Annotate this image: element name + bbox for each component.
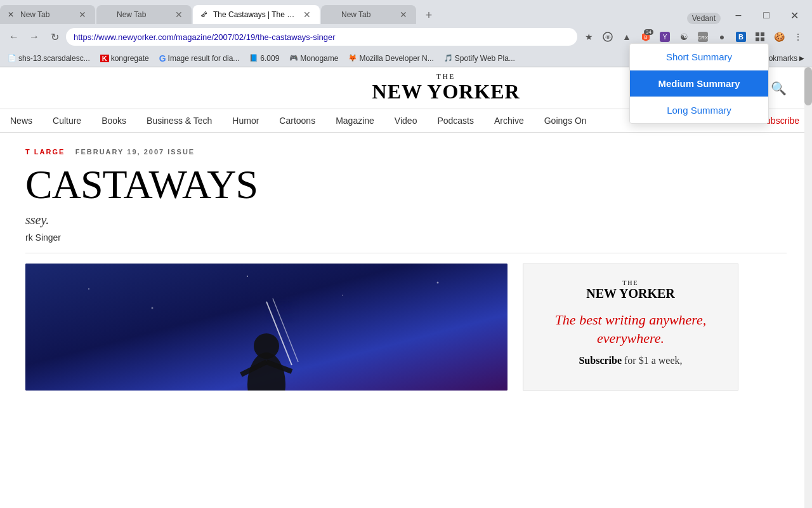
- ny-sub-text: The best writing anywhere, everywhere.: [536, 311, 725, 347]
- nav-news[interactable]: News: [0, 109, 43, 132]
- tab-favicon-1: ✕: [8, 10, 16, 19]
- ny-search-icon[interactable]: 🔍: [771, 81, 787, 96]
- svg-point-16: [152, 307, 154, 309]
- bookmark-2[interactable]: K kongregate: [98, 53, 152, 64]
- bookmark-icon-3: G: [159, 53, 166, 64]
- ny-subscribe-box: THE NEW YORKER The best writing anywhere…: [523, 264, 738, 391]
- article-date: FEBRUARY 19, 2007 ISSUE: [75, 148, 195, 156]
- svg-rect-10: [756, 32, 759, 36]
- bookmark-icon-1: 📄: [8, 54, 16, 62]
- svg-point-18: [342, 295, 343, 296]
- bookmark-icon-4: 📘: [249, 54, 258, 62]
- bookmark-3[interactable]: G Image result for dia...: [157, 52, 242, 65]
- svg-rect-11: [761, 32, 764, 36]
- new-tab-button[interactable]: +: [420, 6, 438, 24]
- bookmark-1[interactable]: 📄 shs-13.scarsdalesc...: [5, 53, 93, 64]
- article-area: T LARGE FEBRUARY 19, 2007 ISSUE CASTAWAY…: [0, 133, 812, 403]
- svg-point-15: [88, 288, 89, 290]
- article-image: [25, 264, 508, 391]
- tab-close-3[interactable]: ✕: [302, 10, 312, 20]
- svg-point-21: [254, 333, 279, 359]
- dropdown-long-summary[interactable]: Long Summary: [630, 97, 768, 123]
- ny-sub-cta-strong[interactable]: Subscribe: [579, 355, 622, 366]
- maximize-button[interactable]: □: [754, 6, 779, 24]
- nav-business[interactable]: Business & Tech: [136, 109, 222, 132]
- window-controls: – □ ✕: [726, 6, 812, 24]
- nav-magazine[interactable]: Magazine: [325, 109, 384, 132]
- bookmark-5[interactable]: 🎮 Monogame: [287, 53, 341, 64]
- back-button[interactable]: ←: [5, 28, 23, 46]
- bookmark-7[interactable]: 🎵 Spotify Web Pla...: [442, 53, 518, 64]
- reload-button[interactable]: ↻: [46, 28, 63, 46]
- tab-2[interactable]: New Tab ✕: [96, 5, 192, 24]
- nav-books[interactable]: Books: [91, 109, 136, 132]
- extension-cookie-icon[interactable]: 🍪: [770, 28, 788, 46]
- ny-sub-logo-small: THE: [622, 279, 638, 286]
- address-input[interactable]: [66, 28, 577, 46]
- extension-icon-1[interactable]: 👁: [599, 28, 617, 46]
- bookmark-icon-5: 🎮: [289, 54, 298, 62]
- svg-text:B: B: [738, 33, 743, 41]
- ny-the-text: THE: [436, 72, 455, 80]
- bookmark-icon-2: K: [100, 55, 109, 62]
- article-body-row: THE NEW YORKER The best writing anywhere…: [25, 264, 787, 391]
- ny-logo: NEW YORKER: [372, 80, 520, 104]
- tab-1[interactable]: ✕ New Tab ✕: [0, 5, 95, 24]
- article-divider: [25, 253, 787, 253]
- bookmark-label-5: Monogame: [300, 54, 338, 63]
- menu-button[interactable]: ⋮: [789, 28, 807, 46]
- nav-humor[interactable]: Humor: [222, 109, 269, 132]
- svg-point-17: [247, 276, 248, 277]
- close-button[interactable]: ✕: [782, 6, 807, 24]
- profile-button[interactable]: Vedant: [687, 13, 721, 24]
- bookmark-4[interactable]: 📘 6.009: [247, 53, 282, 64]
- article-subtitle: ssey.: [25, 213, 787, 227]
- bookmark-star-icon[interactable]: ★: [580, 28, 598, 46]
- article-author: rk Singer: [25, 232, 787, 243]
- svg-text:Y: Y: [663, 34, 667, 41]
- ny-sub-cta-text: for $1 a week,: [624, 355, 683, 366]
- bookmark-label-2: kongregate: [111, 54, 149, 63]
- article-label: T LARGE: [25, 148, 65, 156]
- tab-close-4[interactable]: ✕: [398, 10, 409, 20]
- tab-favicon-2: [104, 10, 113, 19]
- bookmark-icon-6: 🦊: [348, 54, 357, 62]
- svg-point-19: [437, 282, 439, 284]
- minimize-button[interactable]: –: [726, 6, 751, 24]
- tab-title-4: New Tab: [341, 10, 395, 19]
- bookmark-icon-7: 🎵: [444, 54, 453, 62]
- nav-goings-on[interactable]: Goings On: [534, 109, 597, 132]
- dropdown-medium-summary[interactable]: Medium Summary: [630, 70, 768, 97]
- tab-3[interactable]: 🗞 The Castaways | The New... ✕: [193, 5, 320, 24]
- svg-text:👁: 👁: [605, 34, 611, 41]
- bookmark-label-4: 6.009: [260, 54, 279, 63]
- tab-close-1[interactable]: ✕: [77, 10, 88, 20]
- bookmark-label-6: Mozilla Developer N...: [359, 54, 433, 63]
- scrollbar-thumb[interactable]: [804, 67, 812, 105]
- tab-close-2[interactable]: ✕: [174, 10, 184, 20]
- article-title: CASTAWAYS: [25, 164, 787, 205]
- bookmark-label-3: Image result for dia...: [168, 54, 240, 63]
- page-content: THE NEW YORKER Shop 🔍 News Culture Books…: [0, 67, 812, 508]
- ny-sub-logo: NEW YORKER: [586, 286, 674, 301]
- ny-logo-area: THE NEW YORKER: [372, 72, 520, 104]
- bookmark-label-7: Spotify Web Pla...: [455, 54, 515, 63]
- forward-button[interactable]: →: [25, 28, 43, 46]
- nav-cartoons[interactable]: Cartoons: [269, 109, 325, 132]
- nav-video[interactable]: Video: [384, 109, 428, 132]
- tab-favicon-4: [329, 10, 337, 19]
- dropdown-short-summary[interactable]: Short Summary: [630, 44, 768, 70]
- nav-culture[interactable]: Culture: [43, 109, 91, 132]
- bookmark-6[interactable]: 🦊 Mozilla Developer N...: [346, 53, 436, 64]
- tab-4[interactable]: New Tab ✕: [321, 5, 416, 24]
- summary-dropdown: Short Summary Medium Summary Long Summar…: [629, 43, 769, 124]
- scrollbar[interactable]: [804, 67, 812, 508]
- bookmark-label-1: shs-13.scarsdalesc...: [18, 54, 90, 63]
- tab-favicon-3: 🗞: [200, 10, 209, 19]
- tab-title-3: The Castaways | The New...: [213, 10, 298, 19]
- svg-text:CRX: CRX: [698, 35, 708, 41]
- nav-podcasts[interactable]: Podcasts: [427, 109, 484, 132]
- article-meta: T LARGE FEBRUARY 19, 2007 ISSUE: [25, 145, 787, 157]
- nav-archive[interactable]: Archive: [484, 109, 534, 132]
- svg-text:B: B: [644, 34, 647, 40]
